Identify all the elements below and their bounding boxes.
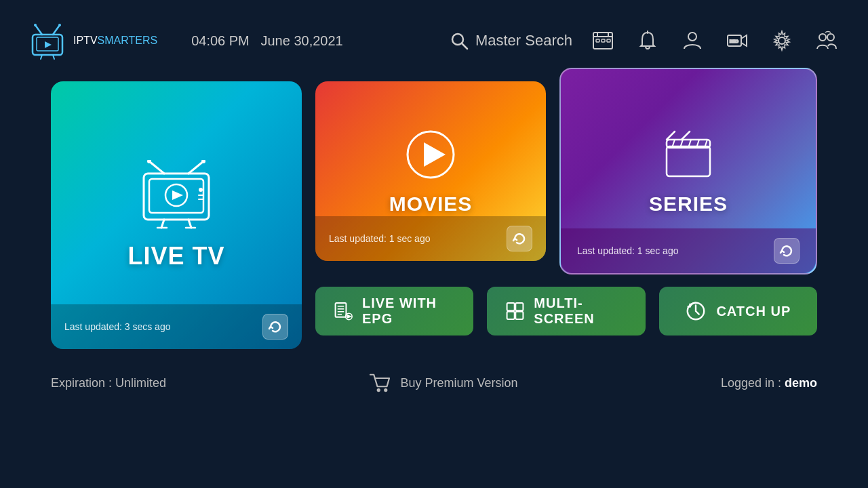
svg-point-23 <box>778 37 785 44</box>
svg-line-26 <box>149 161 164 174</box>
record-icon: REC <box>726 30 748 52</box>
svg-point-34 <box>199 188 203 192</box>
movies-label: MOVIES <box>389 192 473 216</box>
notifications-button[interactable] <box>633 26 662 55</box>
series-footer: Last updated: 1 sec ago <box>561 228 816 273</box>
svg-marker-33 <box>172 190 183 200</box>
svg-marker-21 <box>741 35 747 46</box>
svg-rect-15 <box>596 39 599 42</box>
cards-row: LIVE TV Last updated: 3 secs ago <box>51 81 817 349</box>
date: June 30,2021 <box>260 33 342 48</box>
svg-line-37 <box>161 220 164 228</box>
svg-point-25 <box>827 34 834 41</box>
svg-line-50 <box>667 131 675 140</box>
catch-up-icon <box>685 300 707 322</box>
movies-card[interactable]: MOVIES Last updated: 1 sec ago <box>315 81 546 261</box>
svg-marker-42 <box>424 142 446 167</box>
svg-point-64 <box>377 388 380 392</box>
svg-rect-62 <box>516 312 524 319</box>
svg-rect-60 <box>516 303 524 310</box>
svg-line-51 <box>682 131 690 140</box>
catch-up-button[interactable]: CATCH UP <box>659 287 817 336</box>
logged-in-info: Logged in : demo <box>721 376 817 390</box>
svg-line-10 <box>462 43 467 49</box>
live-tv-card[interactable]: LIVE TV Last updated: 3 secs ago <box>51 81 302 349</box>
svg-point-24 <box>819 34 826 41</box>
action-buttons-row: LIVE WITH EPG MULTI-SCREEN <box>315 287 817 336</box>
svg-line-38 <box>189 220 191 228</box>
user-button[interactable] <box>678 26 707 55</box>
time: 04:06 PM <box>191 33 250 48</box>
refresh-icon-movies <box>512 231 527 246</box>
series-icon <box>661 127 715 182</box>
multi-screen-icon <box>506 300 524 322</box>
svg-line-2 <box>35 25 42 35</box>
svg-rect-59 <box>507 303 515 310</box>
svg-point-65 <box>384 388 388 392</box>
series-card[interactable]: SERIES Last updated: 1 sec ago <box>559 68 817 274</box>
live-tv-label: LIVE TV <box>127 242 224 270</box>
search-button[interactable]: Master Search <box>450 31 572 50</box>
header-right: Master Search <box>450 26 841 55</box>
datetime: 04:06 PM June 30,2021 <box>191 33 343 49</box>
footer: Expiration : Unlimited Buy Premium Versi… <box>0 361 868 392</box>
svg-line-4 <box>53 25 60 35</box>
search-label: Master Search <box>475 32 572 49</box>
user-icon <box>682 30 703 52</box>
logo-icon <box>27 22 68 60</box>
live-tv-icon <box>136 160 217 231</box>
logo-text: IPTVSMARTERS <box>73 35 157 47</box>
svg-point-5 <box>58 24 61 26</box>
settings-button[interactable] <box>768 26 796 55</box>
svg-rect-17 <box>607 39 610 42</box>
top-right-row: MOVIES Last updated: 1 sec ago <box>315 81 817 274</box>
multi-screen-label: MULTI-SCREEN <box>534 296 626 327</box>
logo: IPTVSMARTERS <box>27 22 157 60</box>
svg-line-28 <box>189 161 203 174</box>
live-epg-button[interactable]: LIVE WITH EPG <box>315 287 473 336</box>
series-refresh-button[interactable] <box>774 238 800 264</box>
series-updated: Last updated: 1 sec ago <box>577 245 678 256</box>
multi-screen-button[interactable]: MULTI-SCREEN <box>487 287 645 336</box>
movies-footer: Last updated: 1 sec ago <box>315 216 546 261</box>
expiration-text: Expiration : Unlimited <box>51 376 166 390</box>
bell-icon <box>637 30 658 52</box>
buy-premium-text: Buy Premium Version <box>400 376 517 390</box>
logged-in-user: demo <box>785 376 817 390</box>
movies-refresh-button[interactable] <box>507 226 532 251</box>
refresh-icon <box>268 319 283 334</box>
series-label: SERIES <box>649 192 728 216</box>
main-content: LIVE TV Last updated: 3 secs ago <box>0 81 868 349</box>
logo-iptv: IPTV <box>73 35 98 46</box>
svg-point-19 <box>688 33 696 41</box>
multiuser-icon <box>816 30 837 52</box>
movies-updated: Last updated: 1 sec ago <box>329 233 430 244</box>
cart-icon <box>369 373 391 392</box>
catch-up-label: CATCH UP <box>716 304 791 319</box>
live-epg-label: LIVE WITH EPG <box>362 296 454 327</box>
multiuser-button[interactable] <box>812 26 841 55</box>
buy-premium-button[interactable]: Buy Premium Version <box>369 373 517 392</box>
movies-icon <box>403 127 458 182</box>
search-icon <box>450 31 469 50</box>
svg-marker-8 <box>45 41 52 48</box>
svg-point-3 <box>34 24 37 26</box>
svg-rect-61 <box>507 312 515 319</box>
record-button[interactable]: REC <box>723 26 751 55</box>
epg-icon <box>592 30 614 52</box>
live-tv-refresh-button[interactable] <box>262 314 288 340</box>
epg-button[interactable] <box>589 26 617 55</box>
svg-rect-16 <box>601 39 605 42</box>
logged-in-label: Logged in : <box>721 376 785 390</box>
settings-icon <box>771 30 793 52</box>
logo-smarters: SMARTERS <box>98 35 158 46</box>
live-epg-icon <box>334 300 353 322</box>
svg-rect-43 <box>667 146 710 176</box>
svg-text:REC: REC <box>730 39 738 43</box>
svg-rect-52 <box>336 303 347 317</box>
right-column: MOVIES Last updated: 1 sec ago <box>315 81 817 336</box>
live-tv-updated: Last updated: 3 secs ago <box>64 321 170 332</box>
refresh-icon-series <box>779 243 794 258</box>
live-tv-footer: Last updated: 3 secs ago <box>51 304 302 349</box>
svg-marker-58 <box>347 315 351 318</box>
